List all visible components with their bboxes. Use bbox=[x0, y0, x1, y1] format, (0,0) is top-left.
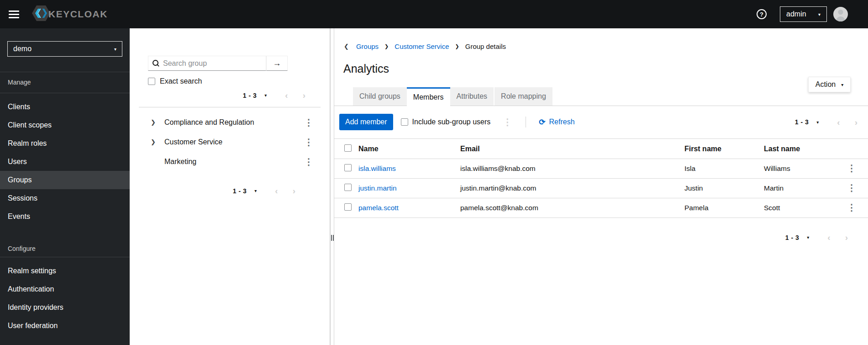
resize-handle-icon[interactable] bbox=[331, 235, 334, 241]
breadcrumb-current: Group details bbox=[465, 42, 506, 50]
hamburger-menu-button[interactable] bbox=[9, 11, 19, 18]
sidebar-item-client-scopes[interactable]: Client scopes bbox=[0, 116, 130, 134]
breadcrumb: ❮ Groups ❯ Customer Service ❯ Group deta… bbox=[344, 42, 868, 50]
panel-resize-splitter[interactable] bbox=[330, 28, 334, 345]
pagination-options-toggle[interactable]: ▾ bbox=[254, 188, 257, 193]
row-checkbox[interactable] bbox=[344, 184, 352, 191]
keycloak-logo-icon bbox=[32, 5, 50, 23]
refresh-label: Refresh bbox=[549, 118, 575, 126]
pagination-range: 1 - 3 bbox=[233, 187, 247, 195]
pagination-next-button[interactable]: › bbox=[845, 233, 848, 242]
column-header-email: Email bbox=[460, 139, 684, 159]
select-all-checkbox[interactable] bbox=[344, 144, 352, 152]
sidebar-divider bbox=[0, 72, 130, 72]
action-dropdown-button[interactable]: Action ▾ bbox=[808, 77, 851, 92]
breadcrumb-link-groups[interactable]: Groups bbox=[356, 42, 379, 50]
groups-tree-panel: → Exact search 1 - 3 ▾ ‹ › ❯ Compliance … bbox=[130, 28, 330, 345]
tab-members[interactable]: Members bbox=[407, 87, 450, 106]
row-checkbox[interactable] bbox=[344, 203, 352, 211]
kebab-menu-icon[interactable]: ⋮ bbox=[304, 138, 313, 146]
pagination-prev-button[interactable]: ‹ bbox=[275, 186, 278, 195]
realm-selector[interactable]: demo ▾ bbox=[7, 41, 122, 57]
include-subgroup-users-label: Include sub-group users bbox=[412, 118, 491, 126]
sidebar-item-events[interactable]: Events bbox=[0, 207, 130, 226]
group-link[interactable]: Marketing bbox=[164, 158, 304, 166]
member-last-name: Williams bbox=[764, 159, 835, 179]
member-username-link[interactable]: justin.martin bbox=[358, 184, 397, 192]
help-icon[interactable]: ? bbox=[757, 9, 767, 19]
exact-search-checkbox[interactable] bbox=[148, 78, 155, 85]
chevron-down-icon: ▾ bbox=[114, 47, 116, 52]
table-header-row: Name Email First name Last name bbox=[334, 139, 868, 159]
member-email: justin.martin@knab.com bbox=[460, 179, 684, 198]
sidebar-item-user-federation[interactable]: User federation bbox=[0, 317, 130, 335]
tab-attributes[interactable]: Attributes bbox=[450, 87, 494, 106]
kebab-menu-icon[interactable]: ⋮ bbox=[847, 163, 856, 173]
member-username-link[interactable]: pamela.scott bbox=[358, 204, 399, 212]
row-checkbox[interactable] bbox=[344, 164, 352, 171]
group-row-marketing: Marketing ⋮ bbox=[130, 152, 330, 171]
column-header-name: Name bbox=[354, 139, 460, 159]
group-link[interactable]: Customer Service bbox=[164, 138, 304, 146]
avatar[interactable] bbox=[833, 7, 848, 21]
sidebar-item-users[interactable]: Users bbox=[0, 153, 130, 171]
panel-divider bbox=[139, 107, 321, 107]
kebab-menu-icon[interactable]: ⋮ bbox=[503, 118, 512, 126]
user-dropdown[interactable]: admin ▾ bbox=[780, 6, 827, 22]
group-link[interactable]: Compliance and Regulation bbox=[164, 118, 304, 127]
sidebar-item-authentication[interactable]: Authentication bbox=[0, 280, 130, 298]
user-dropdown-label: admin bbox=[786, 10, 806, 18]
groups-pagination-bottom: 1 - 3 ▾ ‹ › bbox=[130, 186, 330, 195]
pagination-options-toggle[interactable]: ▾ bbox=[816, 120, 819, 125]
expand-chevron-icon[interactable]: ❯ bbox=[151, 138, 157, 145]
expand-chevron-icon[interactable]: ❯ bbox=[151, 119, 157, 126]
kebab-menu-icon[interactable]: ⋮ bbox=[847, 183, 856, 193]
masthead-actions: ? admin ▾ bbox=[757, 6, 848, 22]
toolbar-divider bbox=[526, 117, 526, 127]
member-last-name: Scott bbox=[764, 198, 835, 218]
sidebar-item-realm-roles[interactable]: Realm roles bbox=[0, 134, 130, 153]
sidebar-item-identity-providers[interactable]: Identity providers bbox=[0, 298, 130, 317]
member-first-name: Justin bbox=[684, 179, 764, 198]
refresh-button[interactable]: ⟳ Refresh bbox=[539, 117, 574, 127]
include-subgroup-users-checkbox[interactable] bbox=[401, 118, 408, 126]
group-details-main: ❮ Groups ❯ Customer Service ❯ Group deta… bbox=[334, 28, 868, 345]
sidebar-item-clients[interactable]: Clients bbox=[0, 98, 130, 116]
table-row: pamela.scott pamela.scott@knab.com Pamel… bbox=[334, 198, 868, 218]
pagination-next-button[interactable]: › bbox=[303, 91, 305, 100]
action-dropdown-label: Action bbox=[815, 80, 836, 89]
pagination-options-toggle[interactable]: ▾ bbox=[264, 93, 267, 98]
search-group-input[interactable] bbox=[163, 59, 262, 68]
table-row: isla.williams isla.williams@knab.com Isl… bbox=[334, 159, 868, 179]
member-first-name: Pamela bbox=[684, 198, 764, 218]
kebab-menu-icon[interactable]: ⋮ bbox=[304, 158, 313, 166]
group-search-row: → bbox=[148, 56, 330, 71]
breadcrumb-separator-icon: ❯ bbox=[455, 43, 459, 49]
nav-section-title-configure: Configure bbox=[0, 244, 130, 253]
member-username-link[interactable]: isla.williams bbox=[358, 165, 396, 172]
pagination-options-toggle[interactable]: ▾ bbox=[807, 235, 809, 240]
kebab-menu-icon[interactable]: ⋮ bbox=[304, 118, 313, 127]
breadcrumb-back-icon[interactable]: ❮ bbox=[344, 43, 349, 50]
tab-role-mapping[interactable]: Role mapping bbox=[494, 87, 552, 106]
pagination-prev-button[interactable]: ‹ bbox=[837, 118, 840, 127]
add-member-button[interactable]: Add member bbox=[339, 114, 393, 130]
pagination-next-button[interactable]: › bbox=[855, 118, 857, 127]
pagination-prev-button[interactable]: ‹ bbox=[827, 233, 830, 242]
pagination-prev-button[interactable]: ‹ bbox=[285, 91, 288, 100]
exact-search-row: Exact search bbox=[148, 77, 330, 85]
kebab-menu-icon[interactable]: ⋮ bbox=[847, 202, 856, 212]
pagination-next-button[interactable]: › bbox=[293, 186, 295, 195]
keycloak-logo[interactable]: KEYCLOAK bbox=[32, 5, 108, 23]
sidebar-item-realm-settings[interactable]: Realm settings bbox=[0, 262, 130, 280]
refresh-icon: ⟳ bbox=[539, 117, 545, 127]
search-submit-button[interactable]: → bbox=[266, 56, 288, 71]
sidebar-item-groups[interactable]: Groups bbox=[0, 171, 130, 189]
tab-bar: Child groups Members Attributes Role map… bbox=[334, 88, 868, 106]
page-title: Analytics bbox=[343, 62, 868, 75]
group-row-compliance-and-regulation: ❯ Compliance and Regulation ⋮ bbox=[130, 112, 330, 132]
sidebar-item-sessions[interactable]: Sessions bbox=[0, 189, 130, 207]
tab-child-groups[interactable]: Child groups bbox=[353, 87, 407, 106]
group-tree: ❯ Compliance and Regulation ⋮ ❯ Customer… bbox=[130, 112, 330, 171]
breadcrumb-link-customer-service[interactable]: Customer Service bbox=[395, 42, 449, 50]
